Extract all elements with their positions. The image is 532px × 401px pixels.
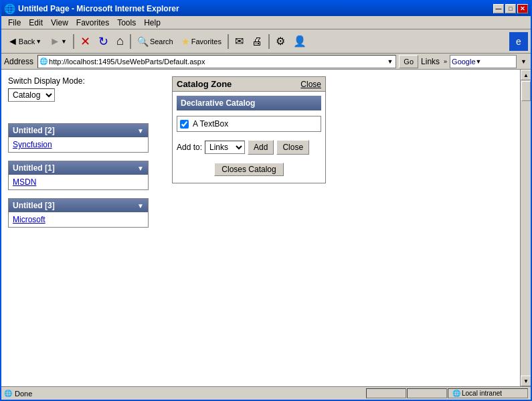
webpart-dropdown-1[interactable]: ▼ (137, 165, 144, 172)
links-label: Links (421, 57, 440, 66)
maximize-button[interactable]: □ (505, 4, 516, 13)
webpart-link-1[interactable]: MSDN (13, 177, 36, 187)
closes-catalog-button[interactable]: Closes Catalog (214, 163, 283, 176)
window-title: Untitled Page - Microsoft Internet Explo… (18, 4, 493, 13)
separator-4 (268, 34, 270, 49)
catalog-zone-title: Catalog Zone (177, 79, 232, 89)
mail-button[interactable]: ✉ (232, 32, 247, 51)
refresh-button[interactable]: ↻ (95, 32, 112, 51)
favorites-button[interactable]: ★ Favorites (178, 32, 225, 51)
toolbar: ◄ Back ▼ ► ▼ ✕ ↻ ⌂ 🔍 Search ★ Favorites … (1, 29, 531, 54)
page-icon: 🌐 (39, 58, 48, 65)
intranet-icon: 🌐 (452, 390, 460, 397)
scroll-down-button[interactable]: ▼ (521, 376, 531, 386)
catalog-item-checkbox[interactable] (180, 120, 189, 129)
add-to-row: Add to: Links Zone 1 Zone 2 Add Close (177, 137, 321, 157)
status-panels: 🌐 Local intranet (366, 388, 528, 398)
scroll-thumb[interactable] (521, 81, 531, 101)
right-dropdown-icon[interactable]: ▼ (519, 58, 528, 65)
scroll-up-button[interactable]: ▲ (521, 70, 531, 80)
webpart-link-2[interactable]: Syncfusion (13, 140, 52, 149)
add-to-label: Add to: (177, 143, 202, 152)
search-label: Search (150, 37, 173, 46)
catalog-zone-close-link[interactable]: Close (300, 80, 321, 89)
address-dropdown-icon[interactable]: ▼ (385, 58, 394, 65)
declarative-catalog-label: Declarative Catalog (181, 98, 255, 108)
menu-help[interactable]: Help (140, 17, 165, 29)
forward-button[interactable]: ► ▼ (46, 32, 70, 51)
menu-tools[interactable]: Tools (113, 17, 140, 29)
print-button[interactable]: 🖨 (248, 32, 266, 51)
menu-edit[interactable]: Edit (25, 17, 47, 29)
address-label: Address (4, 57, 33, 66)
webpart-panel-3: Untitled [3] ▼ Microsoft (8, 198, 149, 228)
ie-logo-icon: e (516, 36, 521, 47)
webpart-panel-2: Untitled [2] ▼ Syncfusion (8, 123, 149, 153)
separator-1 (73, 34, 74, 49)
scroll-track[interactable] (521, 80, 531, 376)
minimize-button[interactable]: — (493, 4, 504, 13)
webpart-title-1: Untitled [1] (13, 163, 55, 173)
scrollbar-right: ▲ ▼ (520, 70, 531, 386)
address-input[interactable] (49, 58, 385, 66)
status-panel-2 (407, 388, 447, 398)
network-button[interactable]: 👤 (290, 32, 310, 51)
title-bar: 🌐 Untitled Page - Microsoft Internet Exp… (1, 1, 531, 16)
forward-icon: ► (50, 35, 60, 48)
webpart-link-3[interactable]: Microsoft (13, 215, 46, 224)
status-panel-intranet: 🌐 Local intranet (448, 388, 528, 398)
webpart-dropdown-2[interactable]: ▼ (137, 127, 144, 135)
declarative-catalog-header: Declarative Catalog (177, 96, 321, 110)
home-button[interactable]: ⌂ (113, 32, 127, 51)
content-area: Switch Display Mode: Catalog Browse Desi… (1, 70, 520, 386)
search-button[interactable]: 🔍 Search (134, 32, 177, 51)
catalog-zone-body: Declarative Catalog A TextBox Add to: Li… (173, 92, 325, 183)
menu-favorites[interactable]: Favorites (72, 17, 113, 29)
address-input-wrap: 🌐 ▼ (37, 55, 396, 68)
close-button[interactable]: ✕ (517, 4, 528, 13)
webpart-content-1: MSDN (9, 175, 148, 189)
browser-icon: 🌐 (4, 3, 15, 14)
status-panel-1 (366, 388, 406, 398)
ie-logo: e (509, 32, 528, 51)
add-button[interactable]: Add (248, 140, 274, 155)
google-dropdown-icon[interactable]: ▼ (476, 58, 482, 65)
mail-icon: ✉ (235, 35, 244, 48)
home-icon: ⌂ (116, 34, 124, 48)
favorites-icon: ★ (181, 36, 190, 47)
add-to-select[interactable]: Links Zone 1 Zone 2 (205, 141, 245, 154)
webpart-dropdown-3[interactable]: ▼ (137, 202, 144, 210)
webpart-content-2: Syncfusion (9, 137, 148, 152)
catalog-item-name: A TextBox (193, 119, 228, 129)
forward-dropdown-icon: ▼ (61, 38, 67, 45)
settings-button[interactable]: ⚙ (272, 32, 288, 51)
status-icon: 🌐 (4, 390, 12, 397)
separator-3 (228, 34, 229, 49)
settings-icon: ⚙ (276, 35, 285, 48)
google-search-bar[interactable]: Google ▼ (450, 55, 517, 68)
network-icon: 👤 (293, 35, 306, 48)
main-area: Switch Display Mode: Catalog Browse Desi… (1, 70, 531, 386)
go-button[interactable]: Go (399, 55, 418, 68)
menu-view[interactable]: View (47, 17, 72, 29)
display-mode-select[interactable]: Catalog Browse Design Edit (8, 88, 55, 102)
catalog-item-row: A TextBox (177, 116, 321, 132)
webpart-header-2: Untitled [2] ▼ (9, 124, 148, 137)
refresh-icon: ↻ (98, 34, 108, 49)
window-controls: — □ ✕ (493, 4, 528, 13)
stop-button[interactable]: ✕ (77, 32, 94, 51)
close-catalog-btn[interactable]: Close (276, 140, 309, 155)
menu-file[interactable]: File (4, 17, 25, 29)
back-button[interactable]: ◄ Back ▼ (4, 32, 45, 51)
webpart-content-3: Microsoft (9, 212, 148, 227)
google-label: Google (452, 58, 475, 66)
webpart-header-1: Untitled [1] ▼ (9, 161, 148, 175)
webpart-title-2: Untitled [2] (13, 126, 55, 135)
links-expand-icon[interactable]: » (444, 58, 447, 65)
webpart-title-3: Untitled [3] (13, 201, 55, 210)
status-bar: 🌐 Done 🌐 Local intranet (1, 386, 531, 400)
back-icon: ◄ (7, 35, 18, 48)
separator-2 (130, 34, 131, 49)
webpart-header-3: Untitled [3] ▼ (9, 199, 148, 212)
catalog-zone: Catalog Zone Close Declarative Catalog A… (172, 76, 326, 183)
